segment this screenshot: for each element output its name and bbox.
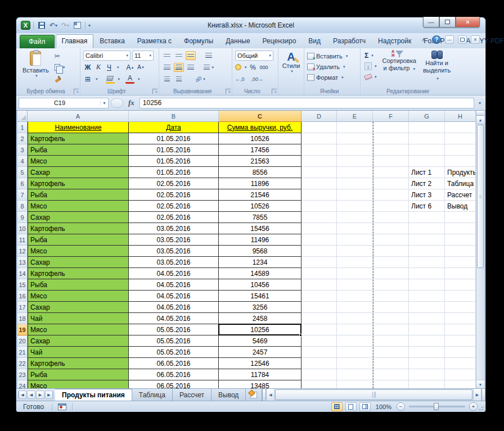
column-header-G[interactable]: G [409, 111, 445, 122]
tab-вставка[interactable]: Вставка [93, 34, 131, 48]
column-header-F[interactable]: F [373, 111, 409, 122]
underline-dropdown-icon[interactable]: ▾ [117, 65, 119, 70]
cell-G15[interactable] [409, 279, 445, 291]
cell-A19[interactable]: Мясо [28, 324, 129, 335]
cell-F24[interactable] [373, 380, 409, 388]
cell-F11[interactable] [373, 234, 409, 246]
row-header-21[interactable]: 21 [17, 347, 28, 358]
cell-D22[interactable] [302, 358, 337, 369]
cell-H10[interactable] [445, 223, 476, 234]
cell-B2[interactable]: 01.05.2016 [129, 133, 219, 144]
zoom-out-button[interactable]: − [397, 402, 405, 411]
minimize-workbook-icon[interactable]: — [445, 35, 454, 44]
tab-главная[interactable]: Главная [56, 34, 94, 48]
cell-G18[interactable] [409, 313, 445, 324]
cell-B1[interactable]: Дата [129, 122, 219, 133]
font-family-combo[interactable]: Calibri▾ [83, 51, 130, 61]
cell-D11[interactable] [302, 234, 337, 246]
horizontal-scroll-thumb[interactable] [275, 389, 472, 400]
cell-H15[interactable] [445, 279, 476, 291]
cell-C24[interactable]: 13485 [219, 380, 302, 388]
cell-F2[interactable] [373, 133, 409, 144]
cell-H5[interactable]: Продукты [445, 167, 476, 178]
cell-A16[interactable]: Мясо [28, 291, 129, 302]
scrollbar-split-handle[interactable] [482, 389, 485, 401]
cell-D8[interactable] [302, 201, 337, 212]
normal-view-button[interactable] [331, 402, 343, 411]
cell-F7[interactable] [373, 189, 409, 201]
cell-E22[interactable] [337, 358, 373, 369]
sort-filter-button[interactable]: АЯ Сортировка и фильтр ▾ [380, 50, 418, 87]
underline-button[interactable]: Ч [105, 62, 114, 72]
styles-dropdown-icon[interactable]: ▾ [291, 69, 293, 74]
align-left-button[interactable] [162, 63, 172, 72]
cell-H6[interactable]: Таблица [445, 178, 476, 189]
cell-E12[interactable] [337, 246, 373, 257]
cell-G16[interactable] [409, 291, 445, 302]
row-header-8[interactable]: 8 [17, 201, 28, 212]
cell-F13[interactable] [373, 257, 409, 268]
copy-dropdown-icon[interactable]: ▾ [63, 65, 65, 70]
row-header-6[interactable]: 6 [17, 178, 28, 189]
undo-dropdown-icon[interactable]: ▾ [55, 23, 57, 28]
cell-C10[interactable]: 15456 [219, 223, 302, 234]
undo-button[interactable]: ↶▾ [48, 20, 58, 30]
redo-dropdown-icon[interactable]: ▾ [67, 23, 69, 28]
cell-F21[interactable] [373, 347, 409, 358]
row-header-9[interactable]: 9 [17, 212, 28, 223]
cell-G11[interactable] [409, 234, 445, 246]
currency-dropdown-icon[interactable]: ▾ [245, 65, 247, 70]
help-icon[interactable]: ? [432, 35, 441, 44]
cell-F22[interactable] [373, 358, 409, 369]
row-header-17[interactable]: 17 [17, 302, 28, 313]
cell-G21[interactable] [409, 347, 445, 358]
cell-G19[interactable] [409, 324, 445, 335]
cell-D6[interactable] [302, 178, 337, 189]
cell-F17[interactable] [373, 302, 409, 313]
row-header-23[interactable]: 23 [17, 369, 28, 380]
cell-D24[interactable] [302, 380, 337, 388]
tab-данные[interactable]: Данные [219, 34, 256, 48]
cell-A9[interactable]: Сахар [28, 212, 129, 223]
alignment-dialog-launcher[interactable]: ↘ [226, 89, 231, 94]
zoom-slider-thumb[interactable] [434, 403, 439, 410]
cell-E18[interactable] [337, 313, 373, 324]
fill-color-button[interactable] [106, 74, 115, 84]
decrease-decimal-icon[interactable]: ,00→ [251, 76, 264, 82]
tab-рецензиро[interactable]: Рецензиро [256, 34, 303, 48]
paste-dropdown-icon[interactable]: ▾ [35, 74, 38, 78]
align-right-button[interactable] [186, 63, 196, 72]
cell-D23[interactable] [302, 369, 337, 380]
cell-E5[interactable] [337, 167, 373, 178]
font-dialog-launcher[interactable]: ↘ [152, 89, 158, 94]
cell-A5[interactable]: Сахар [28, 167, 129, 178]
merge-center-button[interactable]: ▾ [204, 63, 214, 72]
column-header-A[interactable]: A [28, 111, 129, 122]
cell-B10[interactable]: 03.05.2016 [129, 223, 219, 234]
cell-A17[interactable]: Сахар [28, 302, 129, 313]
cell-E14[interactable] [337, 268, 373, 279]
cell-E17[interactable] [337, 302, 373, 313]
insert-function-button[interactable]: fx [125, 98, 137, 107]
cell-A7[interactable]: Рыба [28, 189, 129, 201]
row-header-1[interactable]: 1 [17, 122, 28, 133]
column-header-C[interactable]: C [219, 111, 302, 122]
paste-button[interactable]: Вставить ▾ [20, 50, 51, 87]
cell-C5[interactable]: 8556 [219, 167, 302, 178]
cell-G17[interactable] [409, 302, 445, 313]
cell-D1[interactable] [302, 122, 337, 133]
cell-C12[interactable]: 9568 [219, 246, 302, 257]
cell-C13[interactable]: 1234 [219, 257, 302, 268]
row-header-14[interactable]: 14 [17, 268, 28, 279]
cell-F18[interactable] [373, 313, 409, 324]
align-middle-button[interactable] [174, 51, 184, 60]
column-header-D[interactable]: D [302, 111, 337, 122]
cell-B8[interactable]: 02.05.2016 [129, 201, 219, 212]
cell-H20[interactable] [445, 335, 476, 347]
font-size-combo[interactable]: 11▾ [132, 51, 154, 61]
tab-надстройк[interactable]: Надстройк [372, 34, 417, 48]
minimize-window-button[interactable]: — [423, 17, 439, 28]
cell-F9[interactable] [373, 212, 409, 223]
currency-format-icon[interactable] [235, 64, 241, 70]
scroll-up-icon[interactable]: ▲ [476, 116, 484, 124]
